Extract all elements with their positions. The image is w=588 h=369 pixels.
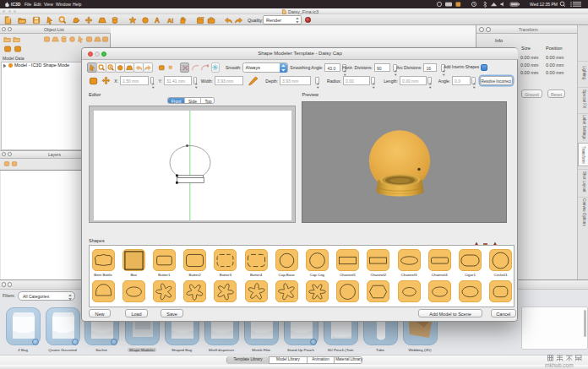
svg-text:AI: AI [166,17,172,24]
svg-text:A: A [155,17,160,24]
